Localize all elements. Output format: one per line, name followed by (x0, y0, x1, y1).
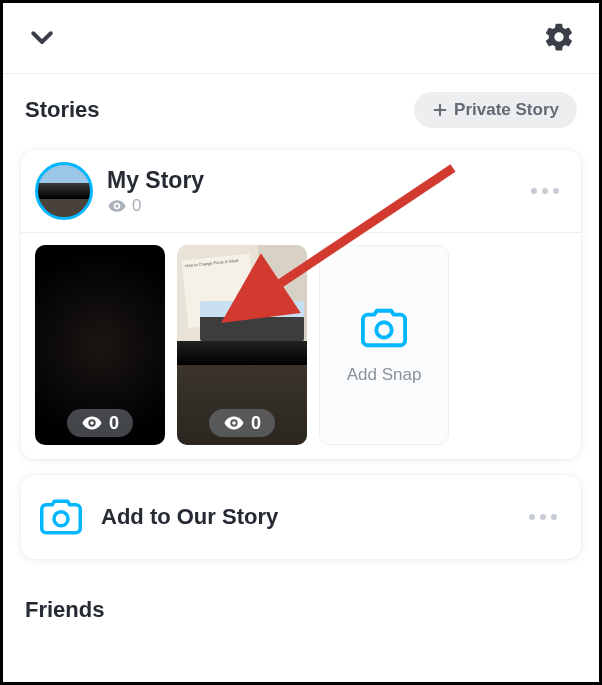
camera-icon (361, 305, 407, 351)
svg-point-2 (115, 204, 118, 207)
my-story-avatar (35, 162, 93, 220)
add-snap-label: Add Snap (347, 365, 422, 385)
eye-icon (223, 412, 245, 434)
my-story-more-button[interactable] (523, 180, 567, 202)
friends-heading: Friends (25, 597, 577, 623)
collapse-button[interactable] (27, 22, 57, 56)
eye-icon (81, 412, 103, 434)
svg-point-5 (376, 322, 391, 337)
our-story-label: Add to Our Story (101, 504, 505, 530)
snap-view-badge: 0 (67, 409, 133, 437)
stories-heading: Stories (25, 97, 100, 123)
gear-icon (543, 21, 575, 53)
my-story-card: My Story 0 0 How to Change Fonts in Word… (21, 150, 581, 459)
our-story-more-button[interactable] (521, 506, 565, 528)
private-story-label: Private Story (454, 100, 559, 120)
plus-icon (432, 102, 448, 118)
camera-icon (40, 496, 82, 538)
svg-point-4 (232, 421, 236, 425)
snap-view-badge: 0 (209, 409, 275, 437)
chevron-down-icon (27, 22, 57, 52)
eye-icon (107, 196, 127, 216)
svg-point-6 (54, 512, 68, 526)
our-story-card[interactable]: Add to Our Story (21, 475, 581, 559)
story-snap[interactable]: 0 (35, 245, 165, 445)
svg-point-3 (90, 421, 94, 425)
my-story-viewcount: 0 (107, 196, 509, 216)
settings-button[interactable] (543, 21, 575, 57)
private-story-button[interactable]: Private Story (414, 92, 577, 128)
my-story-title: My Story (107, 167, 509, 194)
story-snap[interactable]: How to Change Fonts in Word 0 (177, 245, 307, 445)
my-story-header[interactable]: My Story 0 (21, 150, 581, 232)
add-snap-button[interactable]: Add Snap (319, 245, 449, 445)
